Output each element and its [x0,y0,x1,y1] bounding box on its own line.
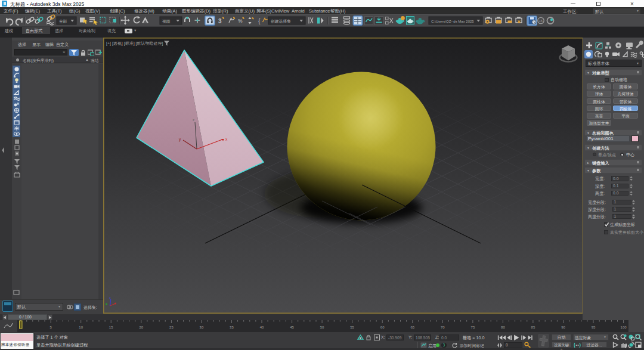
svg-text:70: 70 [441,326,445,329]
svg-text:85: 85 [531,326,535,329]
svg-text:45: 45 [290,326,294,329]
svg-text:创建选择集: 创建选择集 [271,19,291,24]
svg-text:[+] [透视] [标准] [默认明暗处理]: [+] [透视] [标准] [默认明暗处理] [106,41,163,46]
svg-text:50: 50 [320,326,324,329]
svg-text:55: 55 [350,326,354,329]
svg-text:%: % [238,18,243,24]
svg-text:3: 3 [218,18,222,24]
svg-text:全部: 全部 [59,19,67,24]
svg-text:35: 35 [230,326,234,329]
svg-text:60: 60 [380,326,385,329]
svg-text:100: 100 [621,326,627,329]
svg-text:25: 25 [169,326,174,329]
svg-text:80: 80 [501,326,505,329]
svg-text:视图: 视图 [162,19,171,24]
svg-text:C:\Users\QZ--ds Max 2025: C:\Users\QZ--ds Max 2025 [431,20,474,23]
svg-text:15: 15 [109,326,113,329]
svg-text:95: 95 [592,326,596,329]
svg-text:10: 10 [79,326,83,329]
svg-text:z: z [109,296,111,299]
svg-text:30: 30 [200,326,204,329]
svg-text:20: 20 [139,326,143,329]
svg-text:z: z [193,118,194,122]
svg-text:65: 65 [410,326,414,329]
svg-text:15: 15 [539,19,543,23]
svg-text:40: 40 [260,326,264,329]
svg-text:75: 75 [471,326,475,329]
svg-text:90: 90 [561,326,565,329]
